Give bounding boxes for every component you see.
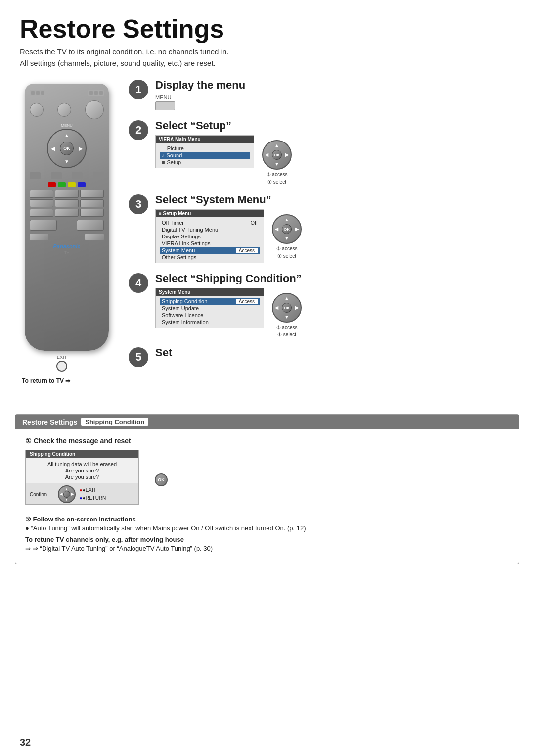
step-3-screen: ≡ Setup Menu Off TimerOff Digital TV Tun… <box>155 209 264 263</box>
bottom-header: Restore Settings Shipping Condition <box>15 415 519 429</box>
page-subtitle: Resets the TV to its original condition,… <box>0 47 534 79</box>
step-5-number: 5 <box>129 347 148 367</box>
return-to-tv: To return to TV ➡ <box>20 378 119 384</box>
step-5-title: Set <box>155 346 519 359</box>
step-4-screen: System Menu Shipping ConditionAccess Sys… <box>155 288 264 328</box>
step-4: 4 Select “Shipping Condition” System Men… <box>129 272 519 337</box>
bottom-header-badge: Shipping Condition <box>81 418 148 426</box>
bottom-section: Restore Settings Shipping Condition ① Ch… <box>15 414 519 564</box>
exit-label: EXIT <box>20 355 104 360</box>
step-4-nav: ▲ ▼ ◀ ▶ OK ② access ① select <box>272 293 302 337</box>
page-title: Restore Settings <box>0 0 534 47</box>
step-3-nav: ▲ ▼ ◀ ▶ OK ② access ① select <box>272 214 302 259</box>
remote-ok-button: OK <box>60 142 74 155</box>
steps-column: 1 Display the menu MENU 2 Select “Setup”… <box>119 79 519 384</box>
step-3: 3 Select “System Menu” ≡ Setup Menu Off … <box>129 193 519 263</box>
step-1-title: Display the menu <box>155 79 519 92</box>
step-2: 2 Select “Setup” VIERA Main Menu □ Pictu… <box>129 119 519 185</box>
step-3-number: 3 <box>129 194 148 214</box>
step-4-number: 4 <box>129 273 148 293</box>
bottom-step1-title: ① Check the message and reset <box>25 437 509 445</box>
ok-button: OK <box>155 473 168 486</box>
step-3-title: Select “System Menu” <box>155 193 519 206</box>
page-number: 32 <box>20 737 31 748</box>
step-5: 5 Set <box>129 346 519 367</box>
remote-control: MENU ▲ ▼ ◀ ▶ OK <box>15 79 119 384</box>
step-2-screen: VIERA Main Menu □ Picture ♪ Restore Sett… <box>155 135 254 168</box>
shipping-condition-screen: Shipping Condition All tuning data will … <box>25 450 139 505</box>
step-2-nav: ▲ ▼ ◀ ▶ OK ② access ① select <box>262 140 292 185</box>
step-1-number: 1 <box>129 80 148 99</box>
remote-dpad: ▲ ▼ ◀ ▶ OK <box>47 129 87 168</box>
exit-button <box>56 361 67 372</box>
step-2-number: 2 <box>129 120 148 140</box>
confirm-dpad: ▲ ▼ ◀ ▶ <box>58 485 76 503</box>
step-4-title: Select “Shipping Condition” <box>155 272 519 285</box>
step-1: 1 Display the menu MENU <box>129 79 519 110</box>
bottom-step2: ② Follow the on-screen instructions ● “A… <box>25 516 509 552</box>
step-2-title: Select “Setup” <box>155 119 519 132</box>
